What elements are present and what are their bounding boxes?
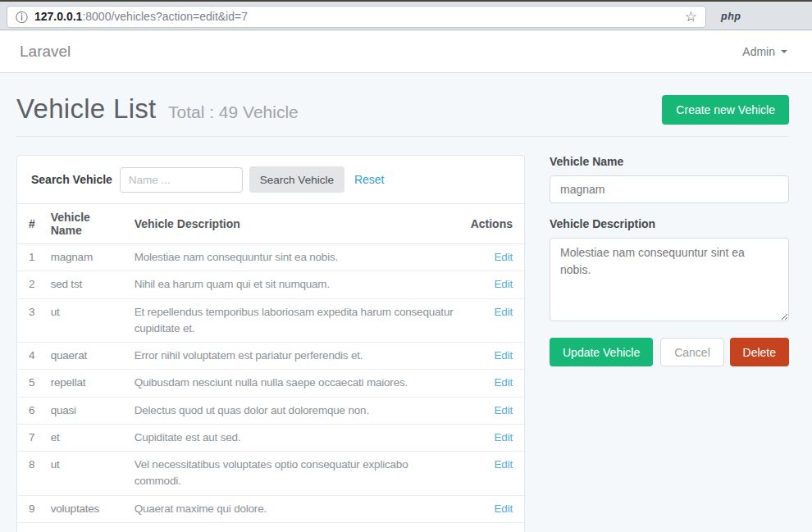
vehicle-description-cell: Nihil ea harum quam qui et sit numquam. [128, 271, 464, 298]
row-number: 8 [17, 452, 44, 496]
vehicle-list-panel: Search Vehicle Search Vehicle Reset # Ve… [16, 155, 525, 532]
vehicle-name-cell: quaerat [44, 343, 128, 370]
row-number: 4 [17, 343, 44, 370]
vehicle-description-cell: Quaerat maxime qui dolore. [128, 495, 464, 522]
search-button[interactable]: Search Vehicle [249, 166, 344, 193]
delete-button[interactable]: Delete [730, 338, 789, 366]
vehicle-name-cell: ut [44, 298, 128, 343]
edit-link[interactable]: Edit [495, 306, 513, 318]
vehicle-name-cell: repellat [44, 370, 128, 397]
vehicle-table-body: 1 magnam Molestiae nam consequuntur sint… [17, 244, 524, 532]
vehicle-table: # Vehicle Name Vehicle Description Actio… [17, 203, 524, 532]
table-row: 9 voluptates Quaerat maxime qui dolore. … [17, 495, 524, 522]
vehicle-description-cell: Vel necessitatibus voluptates optio cons… [128, 452, 464, 496]
edit-link[interactable]: Edit [495, 251, 513, 263]
vehicle-description-cell: Molestiae nam consequuntur sint ea nobis… [128, 244, 464, 271]
update-vehicle-button[interactable]: Update Vehicle [550, 338, 653, 366]
brand-link[interactable]: Laravel [20, 43, 71, 61]
vehicle-name-cell: sed tst [44, 271, 128, 298]
header-actions: Actions [464, 204, 524, 244]
vehicle-name-cell: ut [44, 452, 128, 496]
page-info-icon[interactable]: ⓘ [16, 11, 28, 23]
header-number: # [17, 204, 44, 244]
main-row: Search Vehicle Search Vehicle Reset # Ve… [16, 155, 789, 532]
edit-link[interactable]: Edit [495, 349, 513, 361]
vehicle-description-cell: Quibusdam nesciunt nulla nulla saepe occ… [128, 370, 464, 397]
table-row: 4 quaerat Error nihil voluptatem est par… [17, 343, 524, 370]
header-vehicle-description: Vehicle Description [128, 204, 464, 244]
bookmark-star-icon[interactable]: ☆ [685, 10, 697, 24]
search-bar: Search Vehicle Search Vehicle Reset [17, 156, 524, 203]
vehicle-table-head: # Vehicle Name Vehicle Description Actio… [17, 204, 524, 244]
caret-down-icon [781, 50, 787, 53]
page-header: Vehicle List Total : 49 Vehicle Create n… [16, 73, 789, 125]
row-number: 9 [17, 495, 44, 522]
header-vehicle-name: Vehicle Name [44, 204, 128, 244]
url-text[interactable]: 127.0.0.1:8000/vehicles?action=edit&id=7 [34, 10, 248, 23]
vehicle-description-cell: Error nihil voluptatem est pariatur perf… [128, 343, 464, 370]
search-input[interactable] [120, 167, 243, 193]
edit-link[interactable]: Edit [495, 376, 513, 389]
edit-vehicle-form: Vehicle Name Vehicle Description Molesti… [550, 155, 789, 366]
url-host: 127.0.0.1 [34, 10, 82, 23]
row-number: 1 [17, 244, 44, 271]
app-navbar: Laravel Admin [0, 30, 812, 73]
total-count-label: Total : 49 Vehicle [168, 102, 299, 121]
vehicle-name-cell: quasi [44, 397, 128, 424]
search-label: Search Vehicle [31, 173, 112, 186]
form-buttons: Update Vehicle Cancel Delete [550, 338, 789, 366]
browser-chrome: ⓘ 127.0.0.1:8000/vehicles?action=edit&id… [0, 0, 812, 30]
vehicle-name-cell: magnam [44, 244, 128, 271]
table-row: 10 eum Error dolore sint autem harum rep… [17, 522, 524, 532]
cancel-button[interactable]: Cancel [660, 338, 724, 366]
table-row: 3 ut Et repellendus temporibus laboriosa… [17, 298, 524, 343]
row-number: 5 [17, 370, 44, 397]
vehicle-description-cell: Et repellendus temporibus laboriosam exp… [128, 298, 464, 343]
address-bar[interactable]: ⓘ 127.0.0.1:8000/vehicles?action=edit&id… [7, 6, 706, 28]
vehicle-name-label: Vehicle Name [550, 155, 789, 168]
vehicle-name-group: Vehicle Name [550, 155, 789, 203]
row-number: 10 [17, 522, 44, 532]
vehicle-description-cell: Delectus quod ut quas dolor aut doloremq… [128, 397, 464, 424]
table-row: 8 ut Vel necessitatibus voluptates optio… [17, 452, 524, 496]
vehicle-description-label: Vehicle Description [550, 217, 789, 230]
window-top-edge [0, 0, 812, 2]
php-extension-icon[interactable]: php [721, 11, 741, 22]
reset-link[interactable]: Reset [354, 173, 385, 186]
edit-link[interactable]: Edit [495, 431, 513, 443]
vehicle-name-cell: voluptates [44, 495, 128, 522]
edit-link[interactable]: Edit [495, 458, 513, 471]
table-row: 1 magnam Molestiae nam consequuntur sint… [17, 244, 524, 271]
edit-link[interactable]: Edit [495, 404, 513, 416]
vehicle-description-group: Vehicle Description Molestiae nam conseq… [550, 217, 789, 325]
create-vehicle-button[interactable]: Create new Vehicle [662, 95, 789, 125]
table-row: 6 quasi Delectus quod ut quas dolor aut … [17, 397, 524, 424]
row-number: 2 [17, 271, 44, 298]
vehicle-name-input[interactable] [550, 175, 789, 203]
url-path: :8000/vehicles?action=edit&id=7 [82, 10, 248, 23]
table-row: 2 sed tst Nihil ea harum quam qui et sit… [17, 271, 524, 298]
admin-dropdown[interactable]: Admin [742, 45, 787, 58]
vehicle-description-cell: Cupiditate est aut sed. [128, 424, 464, 451]
admin-dropdown-label: Admin [742, 45, 775, 58]
row-number: 7 [17, 424, 44, 451]
row-number: 3 [17, 298, 44, 343]
edit-link[interactable]: Edit [495, 502, 513, 515]
vehicle-description-textarea[interactable]: Molestiae nam consequuntur sint ea nobis… [550, 238, 789, 321]
table-row: 5 repellat Quibusdam nesciunt nulla null… [17, 370, 524, 397]
vehicle-name-cell: eum [44, 522, 128, 532]
row-number: 6 [17, 397, 44, 424]
page-title: Vehicle List [16, 93, 157, 124]
page-content: Vehicle List Total : 49 Vehicle Create n… [0, 73, 812, 532]
header-divider [16, 136, 789, 137]
vehicle-description-cell: Error dolore sint autem harum reprehende… [128, 522, 464, 532]
vehicle-name-cell: et [44, 424, 128, 451]
table-row: 7 et Cupiditate est aut sed. Edit [17, 424, 524, 451]
edit-link[interactable]: Edit [495, 278, 513, 290]
